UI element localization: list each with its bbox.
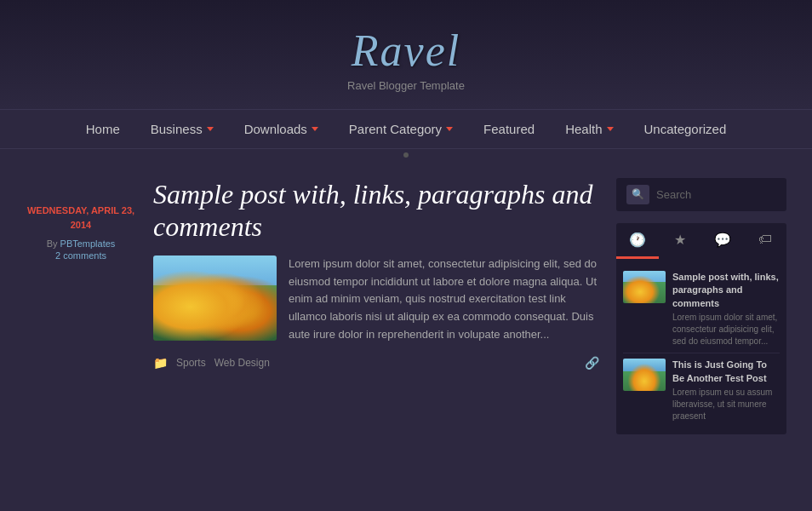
widget-content: Sample post with, links, paragraphs and … — [616, 259, 786, 434]
widget-post-2: This is Just Going To Be Another Test Po… — [623, 353, 780, 428]
widget-tab-comments[interactable]: 💬 — [701, 223, 744, 259]
search-box[interactable]: 🔍 Search — [616, 178, 786, 211]
nav-item-business[interactable]: Business — [135, 110, 229, 148]
nav-item-parent-category[interactable]: Parent Category — [334, 110, 468, 148]
main-content: WEDNESDAY, APRIL 23, 2014 By PBTemplates… — [0, 161, 812, 451]
widget-post-excerpt-1: Lorem ipsum dolor sit amet, consectetur … — [672, 312, 780, 347]
widget-thumbnail-2 — [623, 359, 666, 391]
widget-tab-popular[interactable]: ★ — [659, 223, 701, 259]
post-excerpt: Lorem ipsum dolor sit amet, consectetur … — [289, 256, 599, 344]
link-icon: 🔗 — [585, 356, 599, 370]
site-title: Ravel — [0, 26, 812, 76]
post-thumbnail — [153, 256, 277, 341]
folder-icon: 📁 — [153, 356, 168, 370]
nav-item-downloads[interactable]: Downloads — [229, 110, 334, 148]
post-tags: 📁 Sports Web Design 🔗 — [153, 356, 599, 370]
sidebar: 🔍 Search 🕐 ★ 💬 🏷 Sample post with, links… — [616, 178, 786, 434]
post-tag-webdesign[interactable]: Web Design — [214, 357, 270, 369]
post-title[interactable]: Sample post with, links, paragraphs and … — [153, 178, 599, 244]
nav-dropdown-arrow — [607, 127, 614, 131]
site-subtitle: Ravel Blogger Template — [0, 79, 812, 92]
widget-post-title-1[interactable]: Sample post with, links, paragraphs and … — [672, 271, 780, 310]
site-header: Ravel Ravel Blogger Template — [0, 0, 812, 109]
post-date: WEDNESDAY, APRIL 23, 2014 — [26, 204, 136, 232]
post-content: Sample post with, links, paragraphs and … — [153, 178, 599, 434]
nav-dropdown-arrow — [207, 127, 214, 131]
widget-post-info-2: This is Just Going To Be Another Test Po… — [672, 359, 780, 422]
search-icon: 🔍 — [632, 188, 644, 201]
nav-dot — [403, 152, 409, 158]
widget-post-info-1: Sample post with, links, paragraphs and … — [672, 271, 780, 347]
widget-post-excerpt-2: Lorem ipsum eu su assum liberavisse, ut … — [672, 387, 780, 422]
nav-dropdown-arrow — [312, 127, 318, 131]
nav-dropdown-arrow — [446, 127, 453, 131]
widget-post-1: Sample post with, links, paragraphs and … — [623, 266, 780, 353]
thumbnail-image — [153, 256, 277, 341]
post-author[interactable]: PBTemplates — [60, 238, 116, 249]
nav-list: Home Business Downloads Parent Category … — [0, 110, 812, 148]
main-nav: Home Business Downloads Parent Category … — [0, 109, 812, 149]
search-icon-wrap: 🔍 — [626, 185, 649, 204]
nav-item-featured[interactable]: Featured — [468, 110, 550, 148]
widget-tabs: 🕐 ★ 💬 🏷 — [616, 223, 786, 259]
nav-item-home[interactable]: Home — [71, 110, 135, 148]
nav-item-uncategorized[interactable]: Uncategorized — [629, 110, 742, 148]
search-input[interactable]: Search — [656, 188, 691, 201]
post-meta: WEDNESDAY, APRIL 23, 2014 By PBTemplates… — [26, 178, 136, 434]
widget-thumbnail-1 — [623, 271, 666, 303]
post-by-label: By PBTemplates — [26, 238, 136, 249]
post-comments[interactable]: 2 comments — [26, 250, 136, 261]
post-tag-sports[interactable]: Sports — [176, 357, 206, 369]
nav-item-health[interactable]: Health — [550, 110, 628, 148]
nav-divider — [0, 149, 812, 161]
widget-post-title-2[interactable]: This is Just Going To Be Another Test Po… — [672, 359, 780, 385]
widget-tab-tags[interactable]: 🏷 — [744, 223, 786, 259]
post-body: Lorem ipsum dolor sit amet, consectetur … — [153, 256, 599, 344]
widget-tab-recent[interactable]: 🕐 — [616, 223, 659, 259]
